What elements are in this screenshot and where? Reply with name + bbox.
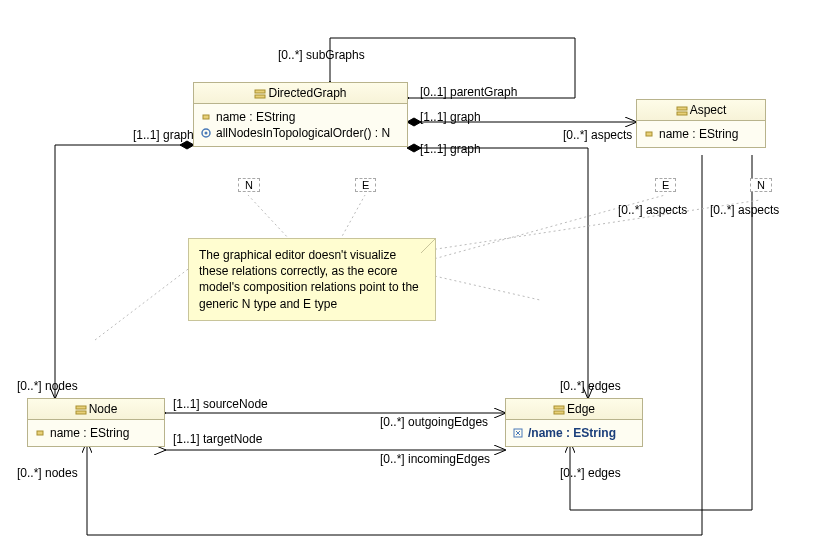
svg-rect-0 [255, 90, 265, 93]
label-aspects-right: [0..*] aspects [563, 128, 632, 142]
svg-rect-8 [76, 406, 86, 409]
svg-rect-9 [76, 411, 86, 414]
class-icon [676, 105, 688, 117]
class-node[interactable]: Node name : EString [27, 398, 165, 447]
note: The graphical editor doesn't visualize t… [188, 238, 436, 321]
svg-rect-7 [646, 132, 652, 136]
label-edges-top: [0..*] edges [560, 379, 621, 393]
label-graph-left: [1..1] graph [133, 128, 194, 142]
svg-rect-5 [677, 107, 687, 110]
attribute-row: name : EString [643, 127, 759, 141]
svg-rect-6 [677, 112, 687, 115]
label-edges-bottom: [0..*] edges [560, 466, 621, 480]
type-param-n: N [750, 178, 772, 192]
label-graph-a: [1..1] graph [420, 110, 481, 124]
label-targetnode: [1..1] targetNode [173, 432, 262, 446]
class-title: Aspect [637, 100, 765, 121]
operation-text: allNodesInTopologicalOrder() : N [216, 126, 390, 140]
attribute-text: name : EString [659, 127, 738, 141]
derived-icon [512, 427, 524, 439]
label-nodes-top: [0..*] nodes [17, 379, 78, 393]
svg-rect-12 [554, 411, 564, 414]
label-incomingedges: [0..*] incomingEdges [380, 452, 490, 466]
svg-point-4 [205, 132, 208, 135]
class-name: DirectedGraph [268, 86, 346, 100]
label-nodes-bottom: [0..*] nodes [17, 466, 78, 480]
label-graph-b: [1..1] graph [420, 142, 481, 156]
class-icon [75, 404, 87, 416]
label-aspects-down2: [0..*] aspects [710, 203, 779, 217]
operation-row: allNodesInTopologicalOrder() : N [200, 126, 401, 140]
class-name: Node [89, 402, 118, 416]
type-param-e: E [355, 178, 376, 192]
attribute-row: name : EString [200, 110, 401, 124]
attribute-row: name : EString [34, 426, 158, 440]
class-name: Aspect [690, 103, 727, 117]
svg-rect-11 [554, 406, 564, 409]
class-name: Edge [567, 402, 595, 416]
label-outgoingedges: [0..*] outgoingEdges [380, 415, 488, 429]
attribute-row: /name : EString [512, 426, 636, 440]
note-corner-icon [421, 239, 435, 253]
label-parentgraph: [0..1] parentGraph [420, 85, 517, 99]
svg-rect-2 [203, 115, 209, 119]
attribute-icon [200, 111, 212, 123]
svg-rect-10 [37, 431, 43, 435]
attribute-text: /name : EString [528, 426, 616, 440]
class-aspect[interactable]: Aspect name : EString [636, 99, 766, 148]
class-icon [254, 88, 266, 100]
note-text: The graphical editor doesn't visualize t… [199, 248, 419, 311]
class-title: Edge [506, 399, 642, 420]
attribute-icon [643, 128, 655, 140]
svg-rect-1 [255, 95, 265, 98]
label-sourcenode: [1..1] sourceNode [173, 397, 268, 411]
attribute-text: name : EString [216, 110, 295, 124]
class-title: Node [28, 399, 164, 420]
class-directedgraph[interactable]: DirectedGraph name : EString allNodesInT… [193, 82, 408, 147]
type-param-e: E [655, 178, 676, 192]
type-param-n: N [238, 178, 260, 192]
label-aspects-down1: [0..*] aspects [618, 203, 687, 217]
attribute-icon [34, 427, 46, 439]
label-subgraphs: [0..*] subGraphs [278, 48, 365, 62]
attribute-text: name : EString [50, 426, 129, 440]
class-title: DirectedGraph [194, 83, 407, 104]
class-edge[interactable]: Edge /name : EString [505, 398, 643, 447]
class-icon [553, 404, 565, 416]
operation-icon [200, 127, 212, 139]
